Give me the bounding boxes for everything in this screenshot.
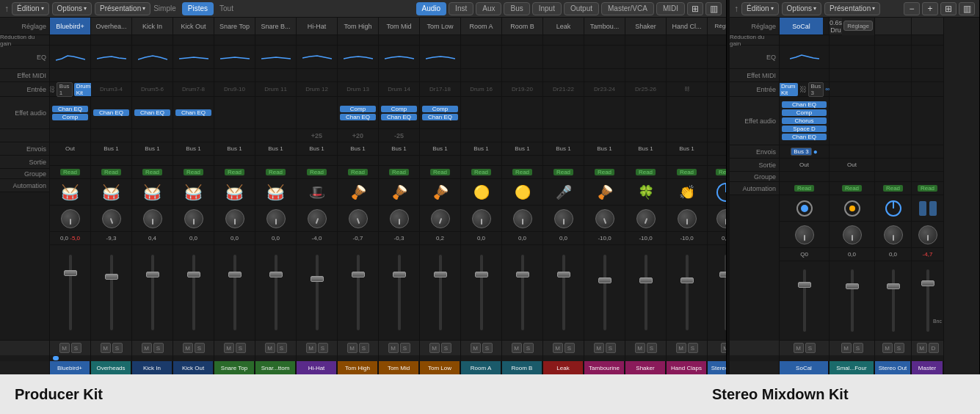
edition-menu-right[interactable]: Édition ▾ xyxy=(741,2,779,15)
overheads-effects: Chan EQ xyxy=(91,97,131,129)
stereoout-r-header[interactable] xyxy=(875,18,911,35)
kickin-eq[interactable] xyxy=(132,46,173,69)
snarebottom-header[interactable]: Snare B... xyxy=(255,18,296,35)
overheads-header[interactable]: Overhea... xyxy=(91,18,131,35)
reglage-button-r[interactable]: Réglage xyxy=(843,21,873,31)
zoom-minus-button[interactable]: − xyxy=(904,2,920,15)
input-button[interactable]: Input xyxy=(532,2,562,15)
tout-label[interactable]: Tout xyxy=(219,4,233,12)
presentation-menu-left[interactable]: Présentation ▾ xyxy=(95,2,150,15)
overheads-fader[interactable] xyxy=(91,245,131,341)
split-view-right[interactable]: ▥ xyxy=(959,2,975,15)
options-menu-left[interactable]: Options ▾ xyxy=(52,2,92,15)
kickout-header[interactable]: Kick Out xyxy=(173,18,214,35)
svg-point-7 xyxy=(849,206,855,211)
smalfour-header[interactable]: 0.6s Dru xyxy=(830,18,842,35)
pistes-button[interactable]: Pistes xyxy=(182,2,214,15)
inst-button[interactable]: Inst xyxy=(449,2,473,15)
smalfour-header-row: 0.6s Dru Réglage xyxy=(830,18,874,35)
tommid-header[interactable]: Tom Mid xyxy=(379,18,419,35)
chain-icon: ⛓ xyxy=(50,85,55,93)
snaretop-header[interactable]: Snare Top xyxy=(214,18,255,35)
edition-menu-left[interactable]: Édition ▾ xyxy=(12,2,49,15)
aux-button[interactable]: Aux xyxy=(476,2,501,15)
master-button[interactable]: Master/VCA xyxy=(601,2,654,15)
tambourine-header[interactable]: Tambou... xyxy=(584,18,625,35)
audio-button[interactable]: Audio xyxy=(416,2,447,15)
leak-header[interactable]: Leak xyxy=(543,18,584,35)
zoom-plus-button[interactable]: + xyxy=(922,2,938,15)
comp-tag[interactable]: Comp xyxy=(52,114,89,120)
chaneq-tag-oh[interactable]: Chan EQ xyxy=(93,109,130,116)
rooma-header[interactable]: Room A xyxy=(461,18,501,35)
m-button[interactable]: M xyxy=(59,343,70,353)
bus1-badge[interactable]: Bus 1 xyxy=(57,82,73,97)
hihat-header[interactable]: Hi-Hat xyxy=(297,18,337,35)
channel-snarebottom: Snare B... Drum 11 Bus 1 Read 🥁 0,0 xyxy=(255,18,297,374)
bluebird-pan[interactable] xyxy=(50,206,90,232)
hihat-name-bar: Hi-Hat xyxy=(297,361,337,374)
s-button[interactable]: S xyxy=(71,343,81,353)
bluebird-auto: Read xyxy=(50,166,90,179)
pan-knob[interactable] xyxy=(61,209,80,228)
bluebird-fader[interactable] xyxy=(50,245,90,341)
right-channels-container: SoCal Drum Kit ⛓ Bus 3 ∞ xyxy=(780,18,979,374)
midi-button[interactable]: MIDI xyxy=(656,2,685,15)
bluebird-eq[interactable] xyxy=(50,46,90,69)
bluebird-db: 0,0 -5,0 xyxy=(50,232,90,245)
bus-button[interactable]: Bus xyxy=(504,2,529,15)
bluebird-midi xyxy=(50,69,90,82)
scroll-thumb[interactable] xyxy=(53,356,59,360)
tomlow-header[interactable]: Tom Low xyxy=(420,18,460,35)
split-view-button[interactable]: ▥ xyxy=(705,2,722,15)
bluebird-effects: Chan EQ Comp xyxy=(50,97,90,129)
captions-row: Producer Kit Stereo Mixdown Kit xyxy=(0,374,980,414)
fader-handle[interactable] xyxy=(64,270,77,276)
right-effet-midi-label: Effet MIDI xyxy=(730,69,779,82)
snarebottom-name-bar: Snar...ttom xyxy=(255,361,296,374)
shaker-header[interactable]: Shaker xyxy=(625,18,666,35)
channel-bluebird: Bluebird+ ⛓ Bus 1 Drum Kit Chan EQ xyxy=(50,18,91,374)
channel-shaker: Shaker Dr25-26 Bus 1 Read 🍀 -10,0 xyxy=(625,18,667,374)
stereo-mixdown-caption: Stereo Mixdown Kit xyxy=(712,386,965,403)
pan-knob-oh[interactable] xyxy=(102,209,121,228)
svg-rect-11 xyxy=(929,201,937,216)
left-mixer-body: Réglage Réduction du gain EQ Effet MIDI … xyxy=(0,18,726,374)
bluebird-header[interactable]: Bluebird+ xyxy=(50,18,90,35)
roomb-header[interactable]: Room B xyxy=(502,18,542,35)
svg-rect-10 xyxy=(919,201,926,216)
channel-stereoout-right: Read 0,0 MS Stereo Out xyxy=(875,18,912,374)
chaneq-tag[interactable]: Chan EQ xyxy=(52,106,89,112)
drumkit-badge-r[interactable]: Drum Kit xyxy=(780,83,798,96)
socal-header[interactable]: SoCal xyxy=(780,18,823,35)
grid-view-right[interactable]: ⊞ xyxy=(940,2,957,15)
reglage-header[interactable]: Réglage xyxy=(708,18,726,35)
channel-socal: SoCal Drum Kit ⛓ Bus 3 ∞ xyxy=(780,18,830,374)
overheads-input: Drum3-4 xyxy=(91,82,131,97)
kickin-header[interactable]: Kick In xyxy=(132,18,173,35)
roomb-name-bar: Room B xyxy=(502,361,542,374)
right-nav-arrow[interactable]: ↑ xyxy=(734,4,738,14)
channel-kickin: Kick In Drum5-6 Chan EQ Bus 1 Read 🥁 xyxy=(132,18,173,374)
entree-label: Entrée xyxy=(0,82,49,97)
tomlow-name-bar: Tom Low xyxy=(420,361,460,374)
bluebird-output: Out xyxy=(50,142,90,156)
kickin-name-bar: Kick In xyxy=(132,361,173,374)
tomhigh-header[interactable]: Tom High xyxy=(338,18,378,35)
master-r-header[interactable] xyxy=(912,18,943,35)
overheads-eq[interactable] xyxy=(91,46,131,69)
grid-view-button[interactable]: ⊞ xyxy=(687,2,703,15)
auto-read-badge[interactable]: Read xyxy=(60,169,80,175)
left-nav-arrow[interactable]: ↑ xyxy=(4,4,9,14)
drumkit-badge[interactable]: Drum Kit xyxy=(74,83,93,96)
options-menu-right[interactable]: Options ▾ xyxy=(782,2,821,15)
handclaps-header[interactable]: Hand Cl... xyxy=(667,18,707,35)
channel-smalfour: 0.6s Dru Réglage Out Read xyxy=(830,18,875,374)
output-button[interactable]: Output xyxy=(564,2,599,15)
groupe-label: Groupe xyxy=(0,169,49,179)
presentation-menu-right[interactable]: Présentation ▾ xyxy=(824,2,880,15)
drum-icon: 🥁 xyxy=(61,184,79,201)
scroll-row xyxy=(50,355,90,361)
channel-overheads: Overhea... Drum3-4 Chan EQ Bus 1 xyxy=(91,18,132,374)
effet-midi-label: Effet MIDI xyxy=(0,69,49,82)
